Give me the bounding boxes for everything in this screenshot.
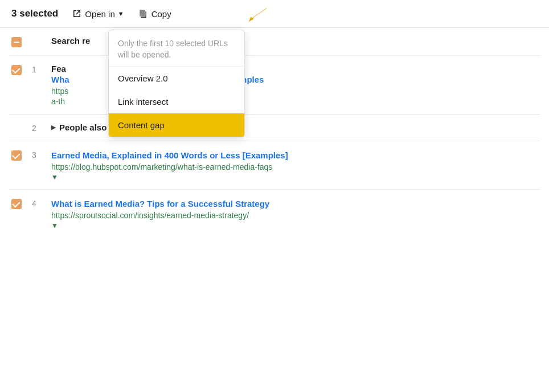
checkbox-area — [11, 122, 24, 124]
results-list: Search re 1 Fea WhatIsEarnedOwnedMedia &… — [0, 28, 549, 238]
copy-label: Copy — [151, 9, 171, 19]
row-content: What is Earned Media? Tips for a Success… — [51, 198, 538, 230]
expand-triangle-icon[interactable]: ▶ — [51, 124, 56, 131]
table-row: 3 Earned Media, Explained in 400 Words o… — [9, 141, 540, 190]
row-1-title: Fea — [51, 64, 66, 74]
checkbox-checked[interactable] — [11, 65, 22, 75]
checkbox-area[interactable] — [11, 198, 24, 209]
row-4-expand-icon[interactable]: ▼ — [51, 222, 58, 230]
table-row: 1 Fea WhatIsEarnedOwnedMedia & Paid Medi… — [9, 56, 540, 115]
row-content: Earned Media, Explained in 400 Words or … — [51, 149, 538, 181]
toolbar: 3 selected Open in ▼ Copy — [0, 0, 549, 28]
dropdown-item-overview[interactable]: Overview 2.0 — [109, 67, 244, 90]
dropdown-arrow-icon: ▼ — [118, 10, 124, 17]
row-4-link[interactable]: What is Earned Media? Tips for a Success… — [51, 198, 538, 210]
copy-icon — [138, 9, 148, 19]
checkbox-checked[interactable] — [11, 150, 22, 161]
checkbox-indeterminate[interactable] — [11, 37, 22, 47]
row-number: 1 — [32, 64, 43, 74]
dropdown-item-content-gap[interactable]: Content gap — [109, 113, 244, 137]
table-row: Search re — [9, 28, 540, 56]
svg-rect-1 — [140, 10, 145, 17]
dropdown-notice: Only the first 10 selected URLs will be … — [109, 30, 244, 67]
row-4-url: https://sproutsocial.com/insights/earned… — [51, 211, 538, 220]
row-3-expand-icon[interactable]: ▼ — [51, 173, 58, 181]
checkbox-area[interactable] — [11, 64, 24, 75]
open-in-dropdown: Only the first 10 selected URLs will be … — [108, 30, 245, 137]
row-number: 2 — [32, 122, 43, 133]
open-in-icon — [72, 9, 82, 19]
open-in-button[interactable]: Open in ▼ — [72, 9, 124, 19]
row-number: 3 — [32, 149, 43, 160]
row-number — [32, 36, 43, 37]
checkbox-area[interactable] — [11, 36, 24, 47]
header-title: Search re — [51, 36, 90, 46]
checkbox-checked[interactable] — [11, 199, 22, 209]
dropdown-item-link-intersect[interactable]: Link intersect — [109, 90, 244, 113]
row-3-link[interactable]: Earned Media, Explained in 400 Words or … — [51, 149, 538, 161]
copy-button[interactable]: Copy — [138, 9, 171, 19]
row-3-url: https://blog.hubspot.com/marketing/what-… — [51, 162, 538, 172]
table-row: 2 ▶ People also ask — [9, 115, 540, 141]
selected-count: 3 selected — [11, 8, 58, 19]
row-number: 4 — [32, 198, 43, 208]
open-in-label: Open in — [85, 9, 115, 19]
table-row: 4 What is Earned Media? Tips for a Succe… — [9, 190, 540, 238]
checkbox-area[interactable] — [11, 149, 24, 161]
